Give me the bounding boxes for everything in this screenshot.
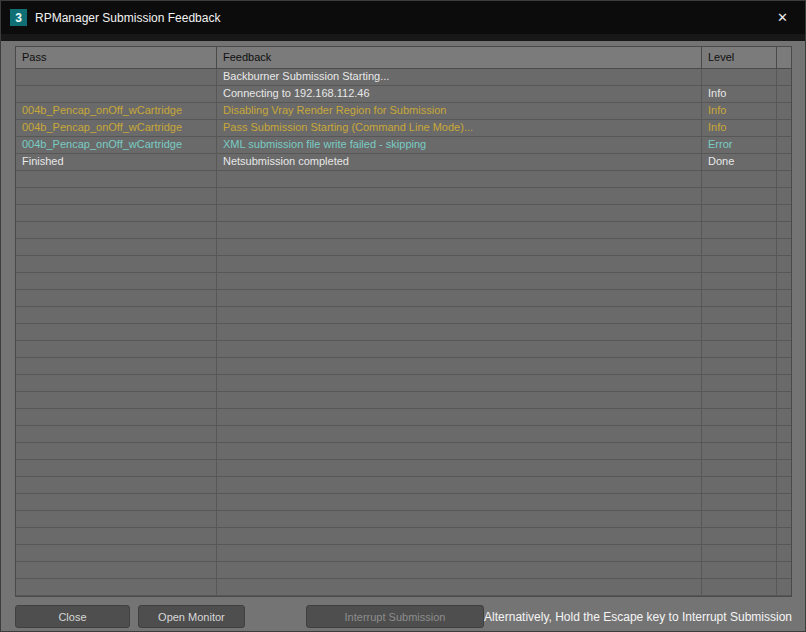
cell-pass (16, 375, 217, 392)
cell-feedback (217, 324, 702, 341)
table-row[interactable] (16, 171, 791, 188)
cell-scroll-strip (777, 426, 791, 443)
table-header-row: Pass Feedback Level (16, 47, 791, 69)
cell-feedback (217, 222, 702, 239)
table-row[interactable]: FinishedNetsubmission completedDone (16, 154, 791, 171)
cell-level (702, 290, 777, 307)
cell-pass (16, 239, 217, 256)
cell-scroll-strip (777, 477, 791, 494)
cell-pass (16, 69, 217, 86)
titlebar[interactable]: 3 RPManager Submission Feedback ✕ (1, 1, 805, 34)
cell-feedback (217, 460, 702, 477)
cell-level: Info (702, 86, 777, 103)
cell-scroll-strip (777, 171, 791, 188)
table-row[interactable] (16, 426, 791, 443)
cell-pass (16, 86, 217, 103)
cell-level (702, 579, 777, 596)
cell-scroll-strip (777, 324, 791, 341)
cell-level (702, 222, 777, 239)
table-row[interactable] (16, 392, 791, 409)
table-row[interactable] (16, 375, 791, 392)
cell-scroll-strip (777, 86, 791, 103)
cell-scroll-strip (777, 409, 791, 426)
table-row[interactable] (16, 358, 791, 375)
cell-level (702, 392, 777, 409)
cell-pass: 004b_Pencap_onOff_wCartridge (16, 120, 217, 137)
column-header-pass[interactable]: Pass (16, 47, 217, 69)
cell-feedback (217, 494, 702, 511)
cell-scroll-strip (777, 307, 791, 324)
cell-level (702, 562, 777, 579)
cell-scroll-strip (777, 273, 791, 290)
table-row[interactable] (16, 239, 791, 256)
column-header-feedback[interactable]: Feedback (217, 47, 702, 69)
table-row[interactable] (16, 324, 791, 341)
cell-pass (16, 392, 217, 409)
cell-scroll-strip (777, 341, 791, 358)
table-row[interactable]: 004b_Pencap_onOff_wCartridgePass Submiss… (16, 120, 791, 137)
cell-level (702, 341, 777, 358)
cell-scroll-strip (777, 69, 791, 86)
cell-pass (16, 511, 217, 528)
table-row[interactable] (16, 579, 791, 596)
table-rows-container: Backburner Submission Starting...Connect… (16, 69, 791, 596)
cell-level (702, 69, 777, 86)
table-row[interactable] (16, 409, 791, 426)
cell-scroll-strip (777, 579, 791, 596)
table-row[interactable] (16, 528, 791, 545)
cell-feedback (217, 511, 702, 528)
cell-level (702, 358, 777, 375)
cell-feedback (217, 443, 702, 460)
cell-pass: 004b_Pencap_onOff_wCartridge (16, 103, 217, 120)
cell-scroll-strip (777, 103, 791, 120)
cell-level (702, 528, 777, 545)
column-header-level[interactable]: Level (702, 47, 777, 69)
cell-pass (16, 477, 217, 494)
table-row[interactable] (16, 341, 791, 358)
table-row[interactable]: Backburner Submission Starting... (16, 69, 791, 86)
cell-scroll-strip (777, 494, 791, 511)
close-button[interactable]: Close (15, 605, 130, 628)
close-icon[interactable]: ✕ (760, 1, 805, 34)
cell-feedback (217, 239, 702, 256)
open-monitor-button[interactable]: Open Monitor (138, 605, 245, 628)
table-row[interactable]: Connecting to 192.168.112.46Info (16, 86, 791, 103)
column-header-scroll-corner (777, 47, 791, 69)
table-row[interactable] (16, 460, 791, 477)
table-row[interactable] (16, 222, 791, 239)
escape-hint-text: Alternatively, Hold the Escape key to In… (484, 610, 792, 624)
table-row[interactable] (16, 511, 791, 528)
cell-level (702, 443, 777, 460)
cell-feedback: Netsubmission completed (217, 154, 702, 171)
table-row[interactable] (16, 443, 791, 460)
table-row[interactable] (16, 494, 791, 511)
cell-level (702, 239, 777, 256)
cell-level (702, 307, 777, 324)
cell-pass (16, 324, 217, 341)
table-row[interactable] (16, 188, 791, 205)
table-row[interactable] (16, 290, 791, 307)
cell-feedback (217, 409, 702, 426)
table-row[interactable] (16, 562, 791, 579)
cell-scroll-strip (777, 290, 791, 307)
table-row[interactable] (16, 307, 791, 324)
cell-scroll-strip (777, 137, 791, 154)
cell-level (702, 171, 777, 188)
table-row[interactable] (16, 545, 791, 562)
table-row[interactable] (16, 273, 791, 290)
interrupt-submission-button[interactable]: Interrupt Submission (306, 605, 484, 628)
table-row[interactable] (16, 205, 791, 222)
footer-bar: Close Open Monitor Interrupt Submission … (15, 605, 792, 628)
cell-scroll-strip (777, 120, 791, 137)
cell-pass (16, 562, 217, 579)
cell-feedback: Backburner Submission Starting... (217, 69, 702, 86)
table-row[interactable]: 004b_Pencap_onOff_wCartridgeXML submissi… (16, 137, 791, 154)
table-row[interactable] (16, 256, 791, 273)
table-row[interactable] (16, 477, 791, 494)
cell-level (702, 256, 777, 273)
cell-scroll-strip (777, 528, 791, 545)
table-row[interactable]: 004b_Pencap_onOff_wCartridgeDisabling Vr… (16, 103, 791, 120)
rpmanager-feedback-window: 3 RPManager Submission Feedback ✕ Pass F… (0, 0, 806, 632)
cell-level (702, 205, 777, 222)
cell-feedback (217, 392, 702, 409)
